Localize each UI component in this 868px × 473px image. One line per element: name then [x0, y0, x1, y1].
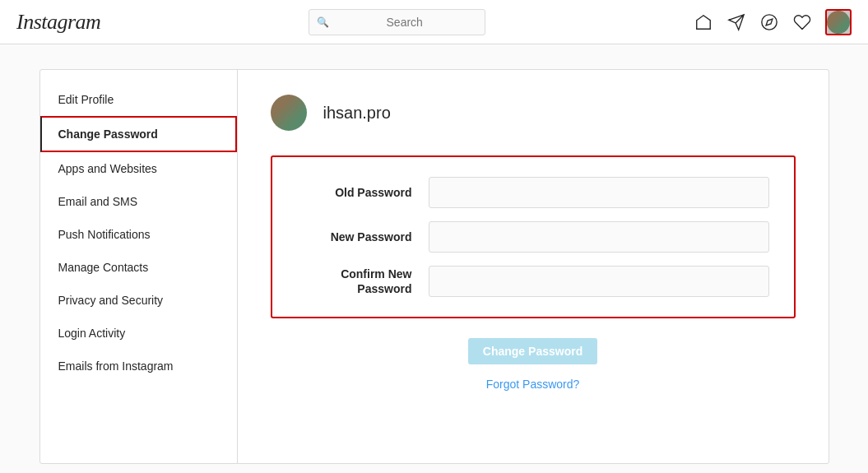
- settings-page: Edit Profile Change Password Apps and We…: [39, 69, 829, 464]
- sidebar-item-email-sms[interactable]: Email and SMS: [40, 185, 237, 218]
- apps-websites-label: Apps and Websites: [58, 162, 157, 175]
- privacy-security-label: Privacy and Security: [58, 294, 164, 307]
- header-icons: [694, 9, 852, 35]
- search-input[interactable]: [309, 9, 485, 35]
- sidebar-item-push-notifications[interactable]: Push Notifications: [40, 218, 237, 251]
- new-password-row: New Password: [297, 221, 769, 253]
- new-password-input[interactable]: [429, 221, 769, 253]
- profile-username: ihsan.pro: [323, 104, 391, 123]
- edit-profile-label: Edit Profile: [58, 93, 114, 106]
- search-icon: 🔍: [317, 16, 329, 28]
- emails-instagram-label: Emails from Instagram: [58, 359, 174, 373]
- confirm-password-row: Confirm New Password: [297, 266, 769, 297]
- heart-icon[interactable]: [792, 12, 812, 32]
- send-icon[interactable]: [726, 12, 746, 32]
- main-content: ihsan.pro Old Password New Password Conf…: [238, 70, 829, 463]
- instagram-logo: Instagram: [16, 10, 100, 35]
- password-form-box: Old Password New Password Confirm New Pa…: [271, 155, 796, 318]
- sidebar-item-edit-profile[interactable]: Edit Profile: [40, 83, 237, 116]
- profile-avatar-main: [271, 95, 307, 131]
- sidebar-item-manage-contacts[interactable]: Manage Contacts: [40, 251, 237, 284]
- sidebar-item-privacy-security[interactable]: Privacy and Security: [40, 284, 237, 317]
- new-password-label: New Password: [297, 230, 429, 243]
- change-password-button[interactable]: Change Password: [468, 338, 597, 364]
- compass-icon[interactable]: [759, 12, 779, 32]
- header: Instagram 🔍: [0, 0, 868, 44]
- confirm-password-label: Confirm New Password: [297, 267, 429, 296]
- avatar-image: [827, 11, 850, 34]
- manage-contacts-label: Manage Contacts: [58, 261, 149, 274]
- confirm-password-input[interactable]: [429, 266, 769, 297]
- old-password-row: Old Password: [297, 177, 769, 208]
- settings-sidebar: Edit Profile Change Password Apps and We…: [40, 70, 238, 463]
- change-password-label: Change Password: [58, 128, 158, 141]
- profile-avatar-header[interactable]: [825, 9, 852, 35]
- svg-point-0: [762, 14, 777, 29]
- sidebar-item-change-password[interactable]: Change Password: [40, 116, 237, 152]
- sidebar-item-apps-websites[interactable]: Apps and Websites: [40, 152, 237, 185]
- email-sms-label: Email and SMS: [58, 195, 137, 208]
- sidebar-item-emails-instagram[interactable]: Emails from Instagram: [40, 350, 237, 383]
- search-wrap: 🔍: [309, 9, 485, 35]
- old-password-label: Old Password: [297, 186, 429, 199]
- old-password-input[interactable]: [429, 177, 769, 208]
- sidebar-item-login-activity[interactable]: Login Activity: [40, 317, 237, 350]
- login-activity-label: Login Activity: [58, 327, 126, 340]
- home-icon[interactable]: [694, 12, 713, 32]
- profile-row: ihsan.pro: [271, 95, 796, 131]
- push-notifications-label: Push Notifications: [58, 228, 151, 241]
- forgot-password-link[interactable]: Forgot Password?: [271, 378, 796, 391]
